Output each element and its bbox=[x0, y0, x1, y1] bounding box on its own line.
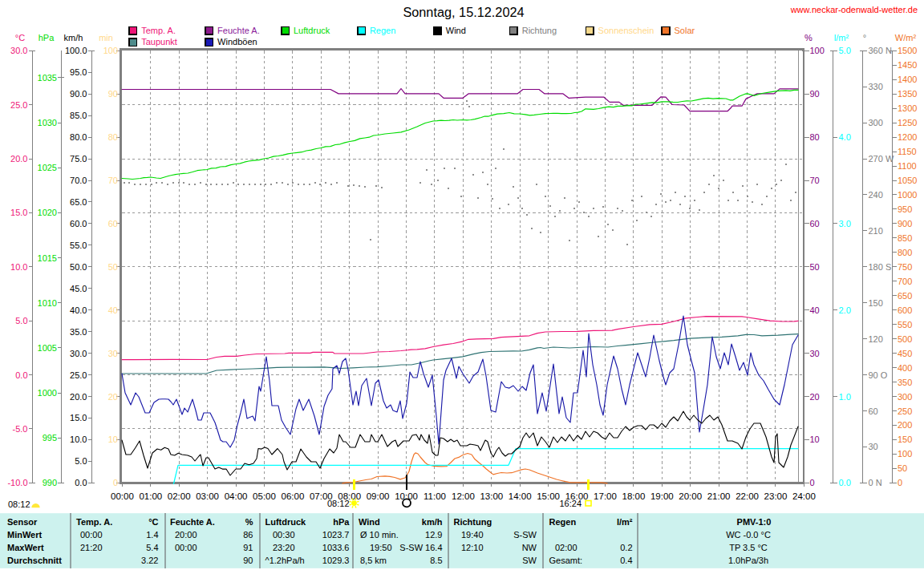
svg-text:-5.0: -5.0 bbox=[13, 424, 28, 434]
svg-text:Wind: Wind bbox=[359, 517, 380, 527]
svg-text:60: 60 bbox=[108, 219, 118, 228]
svg-text:MaxWert: MaxWert bbox=[7, 543, 44, 552]
svg-text:15:00: 15:00 bbox=[537, 491, 560, 501]
svg-text:3.22: 3.22 bbox=[141, 556, 158, 565]
svg-text:08:12: 08:12 bbox=[8, 499, 30, 509]
svg-text:1050: 1050 bbox=[898, 176, 917, 185]
svg-text:Richtung: Richtung bbox=[522, 26, 557, 35]
svg-text:Taupunkt: Taupunkt bbox=[141, 37, 177, 46]
svg-text:1100: 1100 bbox=[898, 161, 917, 171]
svg-text:30: 30 bbox=[869, 442, 878, 451]
svg-text:WC -0.0 °C: WC -0.0 °C bbox=[726, 530, 771, 540]
svg-text:S-SW: S-SW bbox=[513, 530, 537, 540]
svg-text:1300: 1300 bbox=[898, 103, 917, 113]
svg-text:km/h: km/h bbox=[64, 33, 83, 42]
svg-text:TP 3.5 °C: TP 3.5 °C bbox=[729, 543, 768, 552]
svg-text:5.0: 5.0 bbox=[75, 456, 87, 466]
svg-text:300: 300 bbox=[869, 118, 883, 127]
svg-text:03:00: 03:00 bbox=[196, 491, 219, 501]
svg-text:NW: NW bbox=[522, 543, 537, 552]
svg-text:85.0: 85.0 bbox=[70, 111, 87, 120]
svg-text:8.5: 8.5 bbox=[430, 556, 442, 565]
svg-text:95.0: 95.0 bbox=[70, 67, 87, 77]
svg-text:1350: 1350 bbox=[898, 89, 917, 99]
svg-text:12:10: 12:10 bbox=[461, 543, 484, 552]
svg-text:1000: 1000 bbox=[38, 388, 57, 398]
svg-text:19:50: 19:50 bbox=[370, 543, 392, 552]
svg-text:12:00: 12:00 bbox=[452, 491, 475, 501]
svg-text:1025: 1025 bbox=[38, 163, 57, 172]
svg-text:50.0: 50.0 bbox=[70, 262, 87, 272]
svg-text:86: 86 bbox=[243, 530, 253, 540]
svg-text:10: 10 bbox=[810, 435, 820, 444]
svg-text:hPa: hPa bbox=[333, 517, 350, 527]
svg-text:650: 650 bbox=[898, 291, 912, 301]
svg-text:Windböen: Windböen bbox=[217, 37, 257, 46]
svg-text:25.0: 25.0 bbox=[70, 370, 87, 380]
svg-text:330: 330 bbox=[869, 82, 883, 91]
svg-text:MinWert: MinWert bbox=[7, 530, 43, 540]
svg-text:Sensor: Sensor bbox=[7, 517, 38, 527]
svg-text:850: 850 bbox=[898, 233, 912, 243]
svg-text:%: % bbox=[804, 33, 813, 42]
svg-text:35.0: 35.0 bbox=[70, 327, 87, 337]
svg-text:1030: 1030 bbox=[38, 118, 57, 127]
svg-text:0: 0 bbox=[898, 478, 902, 487]
svg-text:1010: 1010 bbox=[38, 298, 57, 308]
svg-text:05:00: 05:00 bbox=[253, 491, 276, 501]
svg-text:00:00: 00:00 bbox=[175, 543, 197, 552]
svg-text:250: 250 bbox=[898, 406, 912, 416]
svg-text:%: % bbox=[245, 517, 253, 527]
svg-text:1035: 1035 bbox=[38, 73, 57, 83]
svg-text:1000: 1000 bbox=[898, 190, 917, 200]
svg-text:80.0: 80.0 bbox=[70, 132, 87, 142]
svg-text:80: 80 bbox=[810, 132, 820, 142]
svg-text:100: 100 bbox=[898, 449, 912, 459]
svg-text:21:00: 21:00 bbox=[707, 491, 731, 501]
svg-text:50: 50 bbox=[810, 262, 820, 272]
svg-text:10: 10 bbox=[108, 435, 118, 444]
svg-text:1023.7: 1023.7 bbox=[322, 530, 350, 540]
svg-text:0: 0 bbox=[113, 478, 118, 487]
svg-text:-10.0: -10.0 bbox=[7, 478, 27, 487]
svg-text:0.4: 0.4 bbox=[620, 556, 632, 565]
svg-text:hPa: hPa bbox=[38, 33, 55, 42]
svg-text:15.0: 15.0 bbox=[70, 413, 87, 422]
svg-text:20:00: 20:00 bbox=[175, 530, 197, 540]
svg-text:20: 20 bbox=[810, 392, 820, 402]
svg-text:1020: 1020 bbox=[38, 208, 57, 217]
svg-text:1029.3: 1029.3 bbox=[322, 556, 350, 565]
svg-text:2.0: 2.0 bbox=[839, 305, 851, 315]
svg-text:450: 450 bbox=[898, 349, 912, 358]
svg-text:20.0: 20.0 bbox=[10, 154, 27, 164]
svg-text:1250: 1250 bbox=[898, 118, 917, 127]
svg-text:W/m²: W/m² bbox=[895, 33, 917, 42]
svg-text:1200: 1200 bbox=[898, 132, 917, 142]
svg-text:0.0: 0.0 bbox=[839, 478, 851, 487]
svg-text:PMV-1:0: PMV-1:0 bbox=[737, 517, 772, 527]
svg-text:70: 70 bbox=[108, 176, 118, 185]
svg-text:8,5 km: 8,5 km bbox=[360, 556, 387, 565]
svg-text:23:00: 23:00 bbox=[764, 491, 788, 501]
svg-text:90 O: 90 O bbox=[869, 370, 888, 380]
svg-text:16:24: 16:24 bbox=[559, 499, 582, 508]
svg-text:1.0: 1.0 bbox=[839, 392, 851, 402]
svg-text:100: 100 bbox=[103, 46, 118, 55]
svg-text:19:00: 19:00 bbox=[650, 491, 674, 501]
svg-text:90: 90 bbox=[810, 89, 820, 99]
svg-text:5.4: 5.4 bbox=[146, 543, 158, 552]
svg-text:40: 40 bbox=[810, 305, 820, 315]
svg-text:04:00: 04:00 bbox=[225, 491, 248, 501]
svg-text:45.0: 45.0 bbox=[70, 284, 87, 293]
svg-text:^1.2hPa/h: ^1.2hPa/h bbox=[265, 556, 305, 565]
svg-text:°C: °C bbox=[148, 517, 158, 527]
svg-text:0: 0 bbox=[810, 478, 815, 487]
svg-text:1150: 1150 bbox=[898, 147, 917, 156]
svg-text:900: 900 bbox=[898, 219, 912, 228]
svg-text:700: 700 bbox=[898, 277, 912, 286]
svg-text:90: 90 bbox=[243, 556, 253, 565]
svg-text:1033.6: 1033.6 bbox=[322, 543, 350, 552]
svg-text:l/m²: l/m² bbox=[834, 33, 849, 42]
svg-text:100: 100 bbox=[810, 46, 825, 55]
svg-text:11:00: 11:00 bbox=[424, 491, 446, 501]
